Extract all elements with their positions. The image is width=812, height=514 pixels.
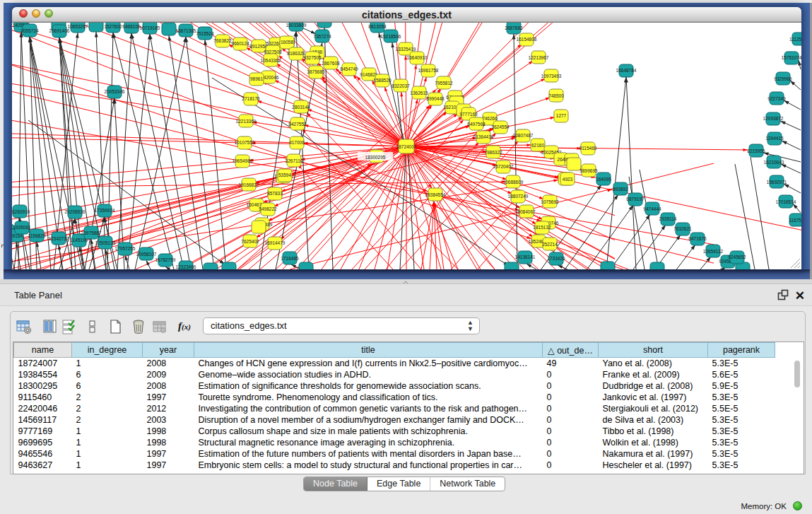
svg-text:18807249: 18807249 (508, 194, 529, 199)
svg-text:7955812: 7955812 (435, 81, 453, 86)
svg-text:17016514: 17016514 (776, 199, 796, 204)
svg-text:116753: 116753 (789, 218, 801, 223)
svg-text:98961: 98961 (250, 76, 263, 81)
svg-text:2055724: 2055724 (20, 28, 39, 33)
svg-text:9474444: 9474444 (643, 206, 661, 211)
svg-text:9245652: 9245652 (728, 255, 746, 259)
svg-text:8454749: 8454749 (340, 66, 358, 71)
svg-text:10958107: 10958107 (136, 252, 157, 257)
svg-text:7632621: 7632621 (673, 226, 692, 231)
svg-text:9777169: 9777169 (459, 112, 478, 117)
svg-text:1815132: 1815132 (533, 225, 551, 230)
svg-text:5498222: 5498222 (259, 206, 277, 211)
svg-text:9084067: 9084067 (517, 209, 536, 214)
svg-text:2935114: 2935114 (659, 216, 677, 221)
svg-text:15692971: 15692971 (767, 180, 787, 185)
svg-text:748500: 748500 (548, 93, 564, 98)
svg-text:3875685: 3875685 (307, 69, 325, 74)
svg-text:2867608: 2867608 (322, 61, 340, 66)
svg-text:13325419: 13325419 (396, 47, 416, 52)
svg-text:1075692: 1075692 (541, 199, 559, 204)
svg-text:6466100: 6466100 (122, 24, 141, 29)
svg-text:16058: 16058 (281, 40, 293, 45)
svg-text:3267110: 3267110 (286, 158, 303, 163)
svg-text:16210643: 16210643 (764, 160, 784, 165)
svg-text:8912954: 8912954 (249, 44, 268, 49)
svg-text:16640910: 16640910 (407, 55, 428, 60)
svg-text:3624554: 3624554 (491, 124, 510, 129)
svg-text:15720407: 15720407 (493, 164, 514, 169)
svg-text:1244415: 1244415 (765, 136, 784, 141)
svg-text:7986322: 7986322 (484, 150, 502, 155)
svg-text:10653267: 10653267 (68, 24, 88, 29)
svg-text:1716485: 1716485 (281, 256, 299, 261)
svg-text:857833: 857833 (267, 191, 283, 196)
svg-text:1156829: 1156829 (28, 233, 46, 238)
svg-text:16648784: 16648784 (616, 68, 637, 73)
svg-text:1527602: 1527602 (104, 24, 122, 29)
svg-text:1277: 1277 (556, 113, 567, 118)
svg-text:9327505: 9327505 (303, 55, 322, 60)
svg-text:16033809: 16033809 (286, 23, 307, 28)
svg-text:15751074: 15751074 (782, 55, 801, 60)
svg-text:16961758: 16961758 (418, 68, 439, 73)
svg-text:9227349: 9227349 (767, 96, 786, 101)
svg-text:1362615: 1362615 (410, 90, 428, 95)
svg-text:252214: 252214 (542, 242, 558, 247)
svg-text:10688609: 10688609 (503, 180, 524, 185)
svg-text:7625402: 7625402 (241, 239, 259, 244)
svg-text:19166827: 19166827 (239, 182, 259, 187)
svg-text:20053346: 20053346 (105, 89, 125, 94)
svg-text:12505135: 12505135 (95, 240, 116, 245)
svg-text:16914479: 16914479 (265, 240, 286, 245)
svg-text:2803144: 2803144 (292, 105, 310, 110)
svg-text:10654112: 10654112 (703, 249, 724, 254)
svg-text:9899695: 9899695 (579, 168, 598, 173)
svg-text:14136141: 14136141 (515, 255, 536, 259)
svg-text:8186328: 8186328 (287, 51, 305, 56)
svg-text:10973493: 10973493 (541, 74, 562, 78)
svg-text:164095: 164095 (596, 177, 611, 182)
svg-text:6879197: 6879197 (626, 197, 645, 201)
svg-text:62160: 62160 (531, 143, 544, 148)
svg-text:16671385: 16671385 (176, 28, 196, 33)
svg-text:12323466: 12323466 (176, 264, 196, 269)
svg-text:2687682: 2687682 (505, 25, 523, 30)
svg-text:8215955: 8215955 (747, 148, 765, 153)
svg-text:7663822: 7663822 (213, 38, 232, 43)
svg-text:20691406: 20691406 (49, 28, 70, 33)
svg-text:19218506: 19218506 (381, 34, 401, 39)
svg-text:1935061: 1935061 (13, 225, 31, 230)
svg-text:11125419: 11125419 (789, 37, 801, 42)
svg-text:53594: 53594 (278, 173, 291, 177)
svg-text:1733426: 1733426 (547, 256, 565, 261)
svg-text:16154808: 16154808 (517, 37, 537, 42)
svg-text:21364436: 21364436 (473, 134, 494, 139)
svg-text:19654986: 19654986 (233, 158, 253, 163)
svg-text:417006: 417006 (289, 140, 305, 145)
svg-text:10807487: 10807487 (513, 133, 534, 138)
svg-text:20206536: 20206536 (65, 209, 86, 214)
svg-text:8990448: 8990448 (426, 96, 445, 101)
svg-text:12342737: 12342737 (49, 236, 69, 241)
svg-text:746266: 746266 (482, 116, 498, 121)
svg-text:10543362: 10543362 (261, 58, 281, 63)
svg-text:8813054: 8813054 (368, 24, 387, 29)
svg-text:8322037: 8322037 (392, 83, 410, 88)
svg-text:7515524: 7515524 (196, 31, 214, 36)
svg-text:10719185: 10719185 (140, 25, 160, 30)
svg-text:893892: 893892 (613, 187, 628, 192)
svg-text:9115460: 9115460 (579, 146, 597, 151)
svg-text:16782759: 16782759 (155, 257, 176, 262)
svg-text:7357274: 7357274 (313, 34, 331, 39)
svg-text:17957255: 17957255 (115, 246, 136, 251)
svg-text:8427552: 8427552 (288, 122, 307, 127)
svg-text:4923: 4923 (563, 177, 573, 182)
svg-text:19384554: 19384554 (425, 192, 446, 197)
svg-text:8471676: 8471676 (688, 236, 707, 241)
svg-text:9660124: 9660124 (231, 41, 249, 46)
svg-text:1588520: 1588520 (373, 78, 392, 83)
svg-text:12213967: 12213967 (529, 55, 549, 60)
svg-text:17359924: 17359924 (95, 208, 115, 213)
svg-text:10107553: 10107553 (235, 140, 255, 145)
